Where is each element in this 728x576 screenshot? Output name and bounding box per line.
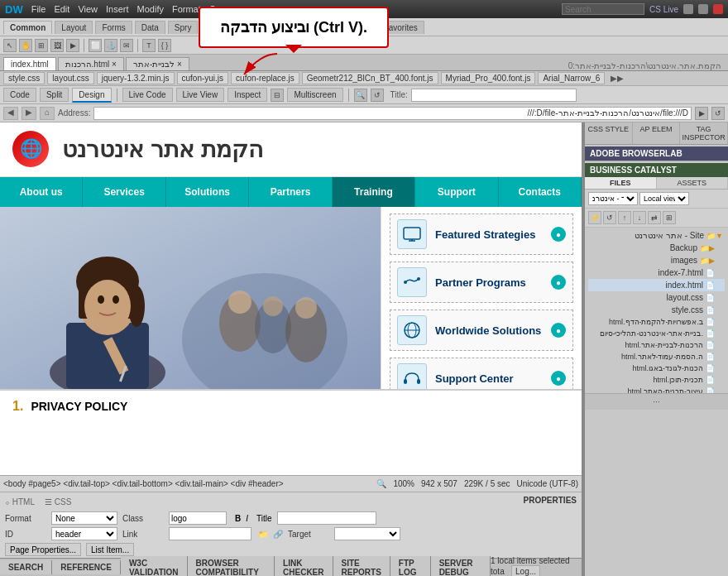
card-worldwide-solutions[interactable]: Worldwide Solutions ● — [390, 310, 573, 351]
toolbar-tab-common[interactable]: Common — [3, 21, 52, 34]
refresh-files-icon[interactable]: ↺ — [603, 211, 616, 224]
support-center-arrow[interactable]: ● — [551, 371, 566, 386]
page-title-input[interactable] — [411, 89, 577, 102]
tree-item-index[interactable]: 📄 index.html — [588, 279, 725, 291]
file-tab-index[interactable]: index.html — [3, 57, 56, 70]
nav-forward-button[interactable]: ▶ — [22, 107, 36, 120]
view-btn-code[interactable]: Code — [3, 88, 36, 102]
css-tag-prop[interactable]: ☰ CSS — [45, 497, 71, 506]
connect-icon[interactable]: ⚡ — [588, 211, 601, 224]
nav-home-button[interactable]: ⌂ — [40, 107, 55, 120]
css-tag-cufon[interactable]: cufon-yui.js — [177, 72, 229, 84]
tab-server[interactable]: SERVER DEBUG — [431, 556, 491, 577]
id-select[interactable]: header — [51, 527, 117, 540]
tab-site[interactable]: SITE REPORTS — [333, 556, 390, 577]
tree-item-apsheet[interactable]: 📄 ב.אפשרויות-להקמת-הדף.html — [588, 316, 725, 328]
toolbar-tab-spry[interactable]: Spry — [168, 21, 199, 34]
rp-tab-tag-inspector[interactable]: TAG INSPECTOR — [680, 122, 728, 144]
tree-item-bniit[interactable]: 📄 .בניית-אתר-אינטרנט-תהליכי-סיום — [588, 328, 725, 339]
address-go-button[interactable]: ▶ — [695, 107, 708, 120]
title-input[interactable] — [277, 511, 376, 525]
bold-button[interactable]: B — [235, 514, 241, 523]
toolbar-tab-data[interactable]: Data — [135, 21, 165, 34]
tree-item-itzuv[interactable]: 📄 עיצוב-תבנית-האתר.html — [588, 386, 725, 393]
title-search-input[interactable] — [562, 3, 644, 15]
tree-item-layout[interactable]: 📄 layout.css — [588, 291, 725, 304]
target-select[interactable] — [334, 527, 400, 540]
nav-contacts[interactable]: Contacts — [499, 177, 582, 207]
css-tag-cufon-replace[interactable]: cufon-replace.js — [231, 72, 299, 84]
download-icon[interactable]: ↓ — [633, 211, 646, 224]
tab-ftp[interactable]: FTP LOG — [390, 556, 431, 577]
preview-icon[interactable]: 🔍 — [354, 89, 367, 102]
link-input[interactable] — [169, 527, 251, 540]
tree-item-tochnit[interactable]: 📄 תכנית-תוכן.html — [588, 374, 725, 386]
snippet-icon[interactable]: { } — [158, 39, 171, 52]
tree-item-images[interactable]: ▶📁 images — [588, 254, 725, 266]
css-tag-arial[interactable]: Arial_Narrow_6 — [538, 72, 605, 84]
nav-partners[interactable]: Partners — [249, 177, 332, 207]
nav-training[interactable]: Training — [333, 177, 415, 207]
rp-tab-assets[interactable]: ASSETS — [657, 177, 729, 189]
format-select[interactable]: None Paragraph Heading 1 — [51, 511, 117, 525]
site-select[interactable]: אתר - אינטרנ — [588, 192, 638, 205]
class-input[interactable] — [169, 511, 227, 525]
card-featured-strategies[interactable]: Featured Strategies ● — [390, 214, 573, 255]
menu-insert[interactable]: Insert — [106, 4, 129, 14]
pointer-icon[interactable]: ↖ — [3, 39, 17, 52]
partner-programs-arrow[interactable]: ● — [551, 275, 566, 290]
menu-modify[interactable]: Modify — [137, 4, 164, 14]
file-tab-livniot[interactable]: לבניית-אתר × — [126, 57, 189, 70]
css-tag-layout[interactable]: layout.css — [47, 72, 93, 84]
hand-icon[interactable]: ✋ — [19, 39, 32, 52]
nav-support[interactable]: Support — [415, 177, 498, 207]
card-support-center[interactable]: Support Center ● — [390, 358, 573, 389]
nav-back-button[interactable]: ◀ — [3, 107, 18, 120]
italic-button[interactable]: I — [246, 514, 248, 523]
expand-icon[interactable]: ⊞ — [663, 211, 676, 224]
table-icon[interactable]: ⊞ — [35, 39, 48, 52]
view-btn-multiscreen[interactable]: Multiscreen — [287, 88, 342, 102]
nav-solutions[interactable]: Solutions — [166, 177, 249, 207]
nav-about[interactable]: About us — [0, 177, 83, 207]
tree-item-root[interactable]: ▼📁 Site - אתר אינטרנט — [588, 229, 725, 242]
sync-icon[interactable]: ⇄ — [648, 211, 661, 224]
tree-item-style[interactable]: 📄 style.css — [588, 304, 725, 316]
tab-search[interactable]: SEARCH — [0, 560, 52, 574]
menu-file[interactable]: File — [31, 4, 46, 14]
rp-tab-css-style[interactable]: CSS STYLE — [585, 122, 633, 144]
tab-reference[interactable]: REFERENCE — [52, 560, 121, 574]
rp-tab-files[interactable]: FILES — [585, 177, 657, 189]
view-btn-inspect[interactable]: Inspect — [228, 88, 267, 102]
css-tag-style[interactable]: style.css — [3, 72, 45, 84]
template-icon[interactable]: T — [142, 39, 156, 52]
rp-tab-ap-elem[interactable]: AP ELEM — [633, 122, 681, 144]
menu-view[interactable]: View — [78, 4, 98, 14]
browse-link-button[interactable]: 📁 — [258, 530, 268, 539]
multiscreen-icon[interactable]: ⊟ — [271, 89, 284, 102]
menu-format[interactable]: Format — [172, 4, 201, 14]
tree-item-backup[interactable]: ▶📁 Backup — [588, 242, 725, 254]
window-close-button[interactable] — [713, 4, 723, 14]
tree-item-harkanut[interactable]: 📄 הרכנות-לבניית-אתר.html — [588, 339, 725, 351]
tab-browser[interactable]: BROWSER COMPATIBILITY — [188, 556, 275, 577]
file-tab-harkanut[interactable]: הרכנות.html × — [58, 57, 124, 70]
menu-edit[interactable]: Edit — [54, 4, 69, 14]
toolbar-tab-forms[interactable]: Forms — [95, 21, 132, 34]
view-btn-split[interactable]: Split — [40, 88, 69, 102]
view-select[interactable]: Local view — [639, 192, 689, 205]
log-button[interactable]: Log... — [511, 565, 540, 576]
tree-item-hachnut[interactable]: 📄 הכנות-לגונד-באגו.html — [588, 362, 725, 374]
media-icon[interactable]: ▶ — [66, 39, 79, 52]
view-btn-design[interactable]: Design — [72, 88, 111, 103]
anchor-icon[interactable]: ⚓ — [104, 39, 117, 52]
featured-strategies-arrow[interactable]: ● — [551, 227, 566, 242]
list-item-button[interactable]: List Item... — [86, 543, 134, 556]
email-icon[interactable]: ✉ — [120, 39, 133, 52]
css-scroll-right[interactable]: ▶▶ — [611, 74, 624, 83]
css-tag-myriad[interactable]: Myriad_Pro_400.font.js — [441, 72, 536, 84]
address-input[interactable] — [93, 107, 692, 120]
toolbar-tab-layout[interactable]: Layout — [55, 21, 93, 34]
css-tag-geometr[interactable]: Geometr212_BlCn_BT_400.font.js — [302, 72, 438, 84]
view-btn-live-view[interactable]: Live View — [176, 88, 225, 102]
